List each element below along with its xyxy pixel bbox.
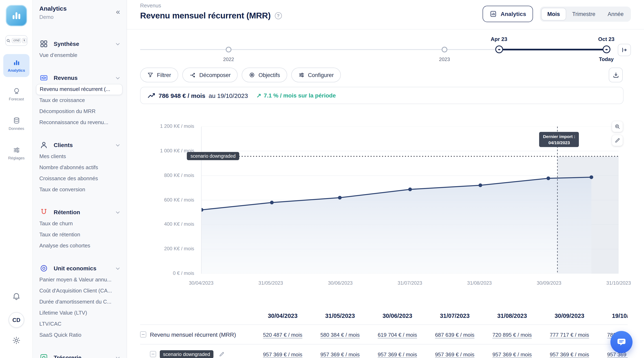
sidebar-section-retention[interactable]: Rétention: [33, 206, 126, 218]
sidebar-item[interactable]: Mes clients: [36, 151, 122, 162]
kpi-banner: 786 948 € / mois au 19/10/2023 ↗ 7.1 % /…: [140, 87, 624, 104]
table-value-cell[interactable]: 957 369 € / mois: [484, 350, 541, 358]
breadcrumb[interactable]: Revenus: [140, 2, 161, 8]
page-title: Revenu mensuel récurrent (MRR): [140, 11, 270, 20]
sidebar-section-unit-economics[interactable]: Unit economics: [33, 262, 126, 274]
sidebar-item[interactable]: Taux de conversion: [36, 184, 122, 196]
range-start-label: Apr 23: [482, 36, 515, 42]
table-header-row: 30/04/202331/05/202330/06/202331/07/2023…: [140, 307, 628, 324]
icon-rail: cmd k Analytics Forecast Données: [0, 0, 33, 358]
annotate-button[interactable]: [612, 135, 623, 146]
rail-item-analytics[interactable]: Analytics: [3, 54, 30, 77]
chat-launcher-button[interactable]: [610, 331, 632, 353]
tab-annee[interactable]: Année: [602, 8, 630, 20]
sidebar-item[interactable]: Nombre d'abonnés actifs: [36, 162, 122, 173]
doc-chart-icon: [490, 10, 497, 18]
sidebar-item[interactable]: Lifetime Value (LTV): [36, 308, 122, 319]
table-column-header: 30/04/2023: [254, 312, 311, 319]
plot-area[interactable]: [201, 126, 618, 274]
table-value-cell[interactable]: 580 384 € / mois: [311, 331, 369, 338]
table-value-cell[interactable]: 957 369 € / mois: [254, 350, 311, 358]
sidebar-nav: Synthèse Vue d’ensemble Revenus Revenu m…: [33, 38, 126, 358]
sidebar-item[interactable]: Durée d'amortissement du C...: [36, 296, 122, 308]
sidebar-item[interactable]: Vue d’ensemble: [36, 50, 122, 61]
table-value-cell[interactable]: 957 369 € / mois: [541, 350, 598, 358]
table-value-cell[interactable]: 957 369 € / mois: [311, 350, 369, 358]
sidebar-item[interactable]: Décomposition du MRR: [36, 106, 122, 117]
edit-scenario-icon[interactable]: [219, 351, 224, 357]
download-icon: [612, 72, 619, 78]
slider-selected-range[interactable]: [499, 49, 606, 50]
table-value-cell[interactable]: 957 369 € / mois: [369, 350, 426, 358]
rail-item-donnees[interactable]: Données: [3, 113, 30, 134]
sidebar-item[interactable]: Taux de churn: [36, 218, 122, 230]
search-icon: [6, 38, 11, 43]
table-value-cell[interactable]: 687 639 € / mois: [426, 331, 484, 338]
chevron-down-icon: [115, 265, 121, 271]
y-axis-label: 0 € / mois: [140, 270, 194, 276]
sidebar-item[interactable]: Taux de rétention: [36, 230, 122, 240]
range-end-handle[interactable]: ◂▸: [602, 46, 610, 53]
table-value-cell[interactable]: 520 487 € / mois: [254, 331, 311, 338]
sidebar-section-tresorerie[interactable]: Trésorerie: [33, 352, 126, 358]
notifications-bell-icon[interactable]: [12, 292, 21, 301]
today-label: Today: [590, 56, 623, 62]
collapse-row-icon[interactable]: [150, 351, 156, 357]
sidebar-item[interactable]: Croissance des abonnés: [36, 173, 122, 184]
tab-trimestre[interactable]: Trimestre: [566, 8, 602, 20]
x-axis-label: 31/10/2023: [599, 280, 638, 286]
help-icon[interactable]: ?: [275, 12, 282, 19]
rail-item-label: Analytics: [8, 68, 25, 72]
configure-button[interactable]: Configurer: [291, 68, 341, 82]
year-marker-2023[interactable]: [442, 47, 447, 52]
x-axis-label: 30/04/2023: [182, 280, 221, 286]
sidebar-section-revenus[interactable]: Revenus: [33, 72, 126, 84]
filter-button[interactable]: Filtrer: [140, 68, 178, 82]
collapse-row-icon[interactable]: [140, 332, 146, 338]
download-button[interactable]: [609, 68, 623, 82]
magnifier-list-icon: [614, 124, 620, 130]
x-axis-label: 30/09/2023: [529, 280, 568, 286]
table-value-cell[interactable]: 777 717 € / mois: [541, 331, 598, 338]
collapse-sidebar-icon[interactable]: «: [116, 8, 120, 16]
y-axis-label: 200 K€ / mois: [140, 246, 194, 252]
mrr-line-chart: 1 200 K€ / mois1 000 K€ / mois800 K€ / m…: [140, 120, 626, 292]
x-axis-label: 31/07/2023: [390, 280, 430, 286]
range-start-handle[interactable]: ◂▸: [495, 46, 503, 53]
scenario-badge[interactable]: scenario downgraded: [160, 350, 214, 358]
sidebar-section-clients[interactable]: Clients: [33, 139, 126, 151]
sidebar-section-synthese[interactable]: Synthèse: [33, 38, 126, 50]
search-shortcut[interactable]: cmd k: [5, 35, 28, 46]
inspect-data-button[interactable]: [612, 121, 623, 132]
chevron-down-icon: [115, 354, 121, 358]
table-value-cell[interactable]: 720 895 € / mois: [484, 331, 541, 338]
sidebar-item[interactable]: Panier moyen & Valeur annu...: [36, 274, 122, 286]
cmd-key: cmd: [12, 38, 21, 43]
objectives-button[interactable]: Objectifs: [242, 68, 287, 82]
app-logo[interactable]: [6, 5, 27, 26]
scenario-reference-badge[interactable]: scenario downgraded: [187, 152, 239, 160]
tab-mois[interactable]: Mois: [541, 8, 566, 20]
row-label: Revenu mensuel récurrent (MRR): [150, 331, 236, 338]
data-table: 30/04/202331/05/202330/06/202331/07/2023…: [140, 307, 628, 358]
decompose-button[interactable]: Décomposer: [182, 68, 238, 82]
sidebar-item[interactable]: Coût d'Acquisition Client (CA...: [36, 286, 122, 296]
analytics-view-button[interactable]: Analytics: [482, 6, 533, 22]
avatar[interactable]: CD: [8, 312, 24, 328]
sidebar-item[interactable]: Taux de croissance: [36, 95, 122, 106]
year-marker-2022[interactable]: [226, 47, 232, 52]
table-value-cell[interactable]: 619 704 € / mois: [369, 331, 426, 338]
bar-arrow-right-icon: [621, 47, 628, 53]
rail-item-forecast[interactable]: Forecast: [3, 84, 30, 105]
sidebar-item[interactable]: Revenu mensuel récurrent (...: [36, 84, 122, 95]
rail-item-reglages[interactable]: Réglages: [3, 142, 30, 164]
sidebar-item[interactable]: Analyse des cohortes: [36, 240, 122, 252]
analytics-button-label: Analytics: [500, 11, 526, 17]
trend-up-icon: ↗: [256, 92, 261, 98]
gear-icon[interactable]: [12, 336, 21, 345]
skip-to-latest-button[interactable]: [618, 44, 631, 56]
sidebar-item[interactable]: LTV/CAC: [36, 319, 122, 330]
table-value-cell[interactable]: 957 369 € / mois: [426, 350, 484, 358]
sidebar-item[interactable]: SaaS Quick Ratio: [36, 330, 122, 341]
sidebar-item[interactable]: Reconnaissance du revenu...: [36, 117, 122, 128]
